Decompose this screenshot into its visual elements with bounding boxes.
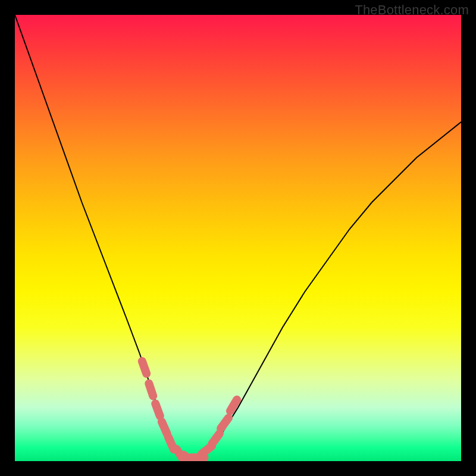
curve-marker <box>149 384 153 396</box>
curve-marker <box>142 361 146 374</box>
curve-path <box>15 15 461 461</box>
curve-marker <box>221 418 228 428</box>
chart-plot-area <box>15 15 461 461</box>
curve-marker <box>230 400 237 411</box>
watermark-text: TheBottleneck.com <box>355 2 469 18</box>
curve-marker <box>155 403 160 416</box>
curve-markers <box>142 361 237 461</box>
chart-svg <box>15 15 461 461</box>
curve-marker <box>162 422 167 434</box>
curve-marker <box>212 434 220 444</box>
